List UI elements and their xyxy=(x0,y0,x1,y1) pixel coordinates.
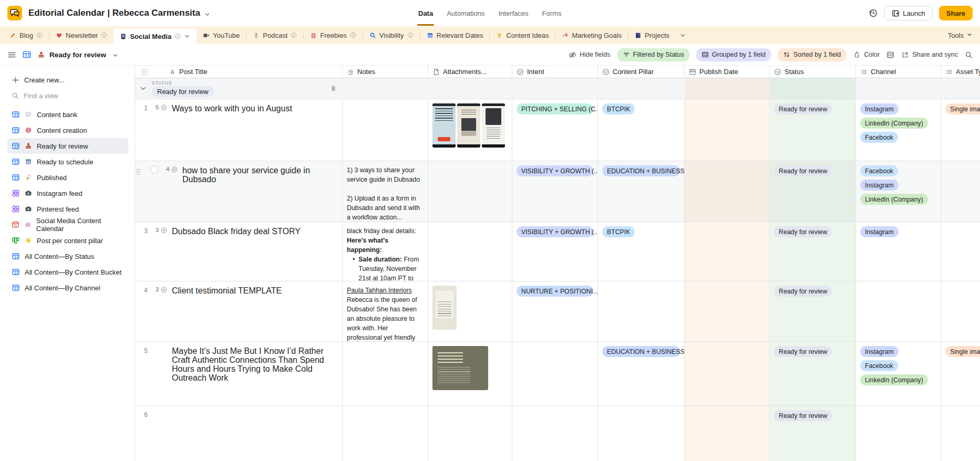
sidebar-view-ready-for-review[interactable]: Ready for review xyxy=(7,138,128,154)
share-button[interactable]: Share xyxy=(939,6,973,20)
tab-content-ideas[interactable]: Content Ideas xyxy=(490,26,555,44)
grouped-button[interactable]: Grouped by 1 field xyxy=(696,48,771,61)
cell-attachments[interactable] xyxy=(428,281,512,341)
cell-publish-date[interactable] xyxy=(685,161,770,222)
launch-button[interactable]: Launch xyxy=(884,6,933,20)
cell-channel[interactable] xyxy=(856,281,941,341)
comment-count-badge[interactable]: 3 xyxy=(148,281,168,341)
sidebar-view-all-content-by-channel[interactable]: All Content—By Channel xyxy=(7,280,128,296)
cell-intent[interactable] xyxy=(512,342,598,405)
tab-newsletter[interactable]: Newsletter xyxy=(49,26,114,44)
cell-publish-date[interactable] xyxy=(685,342,770,405)
cell-channel[interactable]: Instagram xyxy=(856,222,941,281)
cell-intent[interactable]: PITCHING + SELLING (C... xyxy=(512,99,598,161)
attachment-thumbnail-maybe-quote-card[interactable] xyxy=(432,346,488,390)
cell-status[interactable]: Ready for review xyxy=(770,161,856,222)
cell-channel[interactable]: InstagramFacebookLinkedIn (Company) xyxy=(856,342,941,405)
group-collapse-chevron-icon[interactable] xyxy=(139,85,147,92)
airtable-base-logo-icon[interactable] xyxy=(7,6,22,20)
sidebar-view-content-bank[interactable]: Content bank xyxy=(7,107,128,122)
nav-item-forms[interactable]: Forms xyxy=(542,9,562,17)
tab-youtube[interactable]: YouTube xyxy=(197,26,246,44)
row-height-button[interactable] xyxy=(886,51,894,59)
tab-projects[interactable]: Projects xyxy=(628,26,676,44)
sidebar-view-content-creation[interactable]: Content creation xyxy=(7,122,128,138)
cell-attachments[interactable] xyxy=(428,406,512,461)
cell-channel[interactable]: InstagramLinkedIn (Company)Facebook xyxy=(856,99,941,161)
cell-notes[interactable]: 1) 3 ways to share your service guide in… xyxy=(343,161,428,222)
hide-fields-button[interactable]: Hide fields xyxy=(569,51,610,59)
cell-status[interactable]: Ready for review xyxy=(770,406,856,461)
column-header-status[interactable]: Status xyxy=(770,66,856,78)
table-row[interactable]: 6Ready for review xyxy=(135,406,980,461)
tools-menu[interactable]: Tools xyxy=(948,26,973,44)
cell-content-pillar[interactable]: EDUCATION + BUSINESS xyxy=(598,161,685,222)
sidebar-view-ready-to-schedule[interactable]: Ready to schedule xyxy=(7,154,128,170)
comment-count-badge[interactable]: 5 xyxy=(148,99,168,161)
cell-asset-type[interactable] xyxy=(941,281,980,341)
cell-post-title[interactable]: 5Maybe It’s Just Me But I Know I’d Rathe… xyxy=(135,342,343,405)
cell-status[interactable]: Ready for review xyxy=(770,99,856,161)
share-and-sync-button[interactable]: Share and sync xyxy=(901,51,958,59)
attachment-thumbnail-story-letter[interactable] xyxy=(482,103,505,148)
column-header-content-pillar[interactable]: Content Pillar xyxy=(598,66,685,78)
cell-notes[interactable]: black friday deal details:Here’s what’s … xyxy=(343,222,428,281)
sidebar-view-published[interactable]: Published xyxy=(7,170,128,185)
cell-post-title[interactable]: 4how to share your service guide in Dubs… xyxy=(135,161,343,222)
sidebar-view-all-content-by-content-bucket[interactable]: All Content—By Content Bucket xyxy=(7,264,128,280)
column-header-asset-type[interactable]: Asset Type xyxy=(941,66,980,78)
attachment-thumbnail-testimonial-card[interactable] xyxy=(432,286,457,330)
column-header-attachments-[interactable]: Attachments... xyxy=(428,66,512,78)
search-icon[interactable] xyxy=(965,51,973,59)
cell-content-pillar[interactable] xyxy=(598,281,685,341)
comment-count-badge[interactable]: 4 xyxy=(158,161,178,222)
tab-marketing-goals[interactable]: Marketing Goals xyxy=(555,26,628,44)
drag-handle-icon[interactable] xyxy=(136,168,140,175)
base-title[interactable]: Editorial Calendar | Rebecca Carmensita xyxy=(28,8,211,18)
tab-blog[interactable]: Blog xyxy=(3,26,49,44)
view-chevron-down-icon[interactable] xyxy=(112,51,119,58)
cell-asset-type[interactable] xyxy=(941,406,980,461)
create-new-view-button[interactable]: Create new... xyxy=(7,72,128,88)
cell-attachments[interactable] xyxy=(428,99,512,161)
cell-attachments[interactable] xyxy=(428,161,512,222)
view-sidebar-toggle-icon[interactable] xyxy=(7,50,16,59)
tab-relevant-dates[interactable]: Relevant Dates xyxy=(420,26,490,44)
cell-channel[interactable] xyxy=(856,406,941,461)
tab-overflow-chevron-icon[interactable] xyxy=(676,26,689,44)
cell-status[interactable]: Ready for review xyxy=(770,342,856,405)
cell-attachments[interactable] xyxy=(428,222,512,281)
table-row[interactable]: 4how to share your service guide in Dubs… xyxy=(135,161,980,222)
table-row[interactable]: 33Dubsado Black friday deal STORYblack f… xyxy=(135,222,980,281)
cell-status[interactable]: Ready for review xyxy=(770,281,856,341)
cell-publish-date[interactable] xyxy=(685,222,770,281)
filtered-by-status-button[interactable]: Filtered by Status xyxy=(617,48,689,61)
nav-item-data[interactable]: Data xyxy=(418,9,433,17)
tab-social-media[interactable]: Social Media xyxy=(114,28,197,44)
cell-post-title[interactable]: 15Ways to work with you in August xyxy=(135,99,343,161)
cell-notes[interactable] xyxy=(343,99,428,161)
find-view-search-input[interactable]: Find a view xyxy=(7,88,128,103)
column-header-post-title[interactable]: APost Title xyxy=(135,66,343,78)
history-icon[interactable] xyxy=(869,8,878,18)
cell-post-title[interactable]: 43Client testimonial TEMPLATE xyxy=(135,281,343,341)
cell-notes[interactable] xyxy=(343,406,428,461)
cell-intent[interactable]: VISIBILITY + GROWTH (... xyxy=(512,161,598,222)
tab-visibility[interactable]: Visibility xyxy=(363,26,420,44)
cell-intent[interactable]: NURTURE + POSITIONI... xyxy=(512,281,598,341)
table-row[interactable]: 5Maybe It’s Just Me But I Know I’d Rathe… xyxy=(135,342,980,406)
sidebar-view-post-per-content-pillar[interactable]: Post per content pillar xyxy=(7,233,128,248)
cell-post-title[interactable]: 33Dubsado Black friday deal STORY xyxy=(135,222,343,281)
select-all-checkbox[interactable] xyxy=(141,68,148,76)
sorted-button[interactable]: Sorted by 1 field xyxy=(778,48,846,61)
cell-content-pillar[interactable]: EDUCATION + BUSINESS xyxy=(598,342,685,405)
cell-publish-date[interactable] xyxy=(685,99,770,161)
cell-asset-type[interactable] xyxy=(941,161,980,222)
table-row[interactable]: 15Ways to work with you in AugustPITCHIN… xyxy=(135,99,980,161)
cell-publish-date[interactable] xyxy=(685,281,770,341)
row-checkbox[interactable] xyxy=(151,166,158,173)
nav-item-automations[interactable]: Automations xyxy=(447,9,484,17)
cell-notes[interactable] xyxy=(343,342,428,405)
table-row[interactable]: 43Client testimonial TEMPLATEPaula Tahha… xyxy=(135,281,980,342)
column-header-publish-date[interactable]: Publish Date xyxy=(685,66,770,78)
